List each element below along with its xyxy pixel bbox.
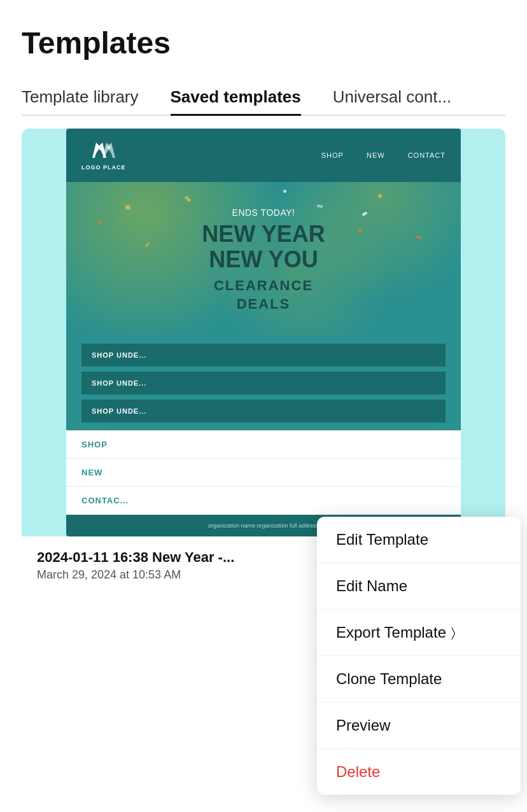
footer-link-new: NEW [66,459,461,487]
shop-button-2: SHOP UNDE... [81,372,446,395]
hero-subtitle: CLEARANCE DEALS [81,277,446,313]
shop-button-1: SHOP UNDE... [81,344,446,367]
page-header: Templates Template library Saved templat… [0,0,527,116]
cursor-icon: 〉 [451,626,456,640]
main-content: LOGO PLACE SHOP NEW CONTACT [0,116,527,594]
logo-icon [90,140,118,163]
logo-text: LOGO PLACE [81,164,126,171]
context-menu-clone-template[interactable]: Clone Template [317,656,521,703]
footer-link-contact: CONTAC... [66,487,461,515]
email-preview: LOGO PLACE SHOP NEW CONTACT [66,129,461,536]
tab-saved-templates[interactable]: Saved templates [171,80,301,115]
email-nav: SHOP NEW CONTACT [321,151,446,159]
context-menu-preview[interactable]: Preview [317,703,521,749]
shop-button-3: SHOP UNDE... [81,400,446,423]
email-nav-contact: CONTACT [408,151,446,159]
email-footer-links: SHOP NEW CONTAC... [66,430,461,515]
tab-universal-content[interactable]: Universal cont... [333,80,451,115]
hero-title-line1: NEW YEAR NEW YOU [81,221,446,272]
context-menu-edit-template[interactable]: Edit Template [317,517,521,563]
email-nav-new: NEW [367,151,385,159]
email-nav-shop: SHOP [321,151,344,159]
footer-link-shop: SHOP [66,431,461,459]
template-preview: LOGO PLACE SHOP NEW CONTACT [22,129,505,536]
shop-buttons-section: SHOP UNDE... SHOP UNDE... SHOP UNDE... [66,336,461,430]
page-title: Templates [22,25,505,60]
context-menu-export-template[interactable]: Export Template 〉 [317,610,521,656]
context-menu-edit-name[interactable]: Edit Name [317,563,521,610]
email-header: LOGO PLACE SHOP NEW CONTACT [66,129,461,182]
tabs-nav: Template library Saved templates Univers… [22,80,505,116]
tab-template-library[interactable]: Template library [22,80,139,115]
hero-ends-today: ENDS TODAY! [81,207,446,218]
email-hero: ENDS TODAY! NEW YEAR NEW YOU CLEARANCE D… [66,182,461,336]
context-menu: Edit Template Edit Name Export Template … [317,517,521,795]
logo-area: LOGO PLACE [81,140,126,171]
context-menu-delete[interactable]: Delete [317,749,521,795]
